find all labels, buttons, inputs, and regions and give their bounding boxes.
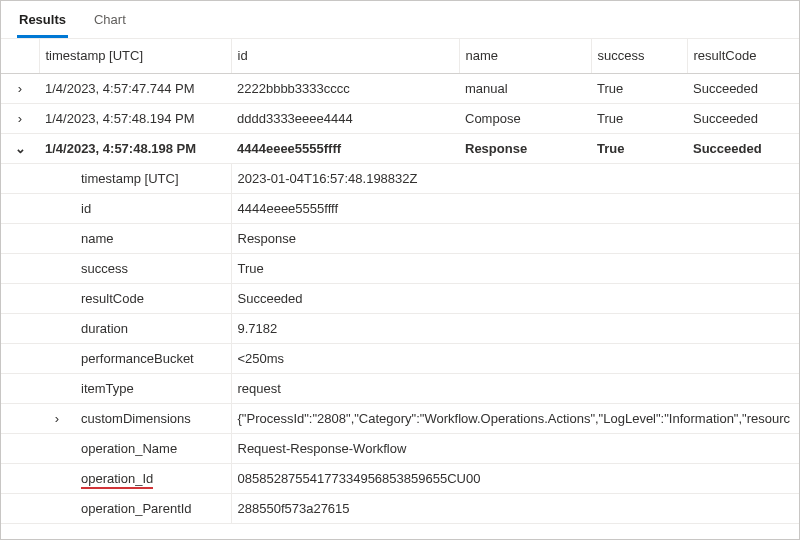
chevron-right-icon[interactable]: › bbox=[50, 412, 64, 426]
cell-timestamp: 1/4/2023, 4:57:48.198 PM bbox=[39, 133, 231, 163]
detail-value: True bbox=[231, 253, 799, 283]
detail-value: 08585287554177334956853859655CU00 bbox=[231, 463, 799, 493]
detail-value: request bbox=[231, 373, 799, 403]
detail-row-item: nameResponse bbox=[1, 223, 799, 253]
detail-value: 9.7182 bbox=[231, 313, 799, 343]
detail-key: timestamp [UTC] bbox=[75, 164, 231, 194]
col-resultcode[interactable]: resultCode bbox=[687, 39, 799, 73]
detail-key: operation_Id bbox=[75, 463, 231, 493]
cell-success: True bbox=[591, 103, 687, 133]
detail-key: performanceBucket bbox=[75, 343, 231, 373]
header-row: timestamp [UTC] id name success resultCo… bbox=[1, 39, 799, 73]
detail-value: Succeeded bbox=[231, 283, 799, 313]
tab-results[interactable]: Results bbox=[17, 4, 68, 38]
detail-value: 2023-01-04T16:57:48.198832Z bbox=[231, 164, 799, 194]
col-name[interactable]: name bbox=[459, 39, 591, 73]
detail-key: id bbox=[75, 193, 231, 223]
cell-name: Compose bbox=[459, 103, 591, 133]
table-row[interactable]: › 1/4/2023, 4:57:48.194 PM dddd3333eeee4… bbox=[1, 103, 799, 133]
cell-name: manual bbox=[459, 73, 591, 103]
detail-row-item: timestamp [UTC]2023-01-04T16:57:48.19883… bbox=[1, 164, 799, 194]
detail-row-item: operation_NameRequest-Response-Workflow bbox=[1, 433, 799, 463]
col-timestamp[interactable]: timestamp [UTC] bbox=[39, 39, 231, 73]
detail-row-item: ›customDimensions{"ProcessId":"2808","Ca… bbox=[1, 403, 799, 433]
chevron-right-icon[interactable]: › bbox=[13, 112, 27, 126]
detail-value: {"ProcessId":"2808","Category":"Workflow… bbox=[231, 403, 799, 433]
table-row-expanded[interactable]: ⌄ 1/4/2023, 4:57:48.198 PM 4444eeee5555f… bbox=[1, 133, 799, 163]
detail-value: 288550f573a27615 bbox=[231, 493, 799, 523]
cell-resultcode: Succeeded bbox=[687, 73, 799, 103]
cell-resultcode: Succeeded bbox=[687, 103, 799, 133]
detail-row-item: successTrue bbox=[1, 253, 799, 283]
detail-row-item: resultCodeSucceeded bbox=[1, 283, 799, 313]
detail-key: operation_Name bbox=[75, 433, 231, 463]
detail-row-item: operation_Id0858528755417733495685385965… bbox=[1, 463, 799, 493]
cell-id: dddd3333eeee4444 bbox=[231, 103, 459, 133]
col-expand bbox=[1, 39, 39, 73]
detail-row-item: id4444eeee5555ffff bbox=[1, 193, 799, 223]
tab-chart[interactable]: Chart bbox=[92, 4, 128, 38]
detail-value: <250ms bbox=[231, 343, 799, 373]
cell-timestamp: 1/4/2023, 4:57:48.194 PM bbox=[39, 103, 231, 133]
cell-id: 4444eeee5555ffff bbox=[231, 133, 459, 163]
detail-key: name bbox=[75, 223, 231, 253]
detail-row-item: performanceBucket<250ms bbox=[1, 343, 799, 373]
cell-success: True bbox=[591, 73, 687, 103]
chevron-right-icon[interactable]: › bbox=[13, 82, 27, 96]
col-success[interactable]: success bbox=[591, 39, 687, 73]
tab-bar: Results Chart bbox=[1, 1, 799, 39]
detail-key: itemType bbox=[75, 373, 231, 403]
table-row[interactable]: › 1/4/2023, 4:57:47.744 PM 2222bbbb3333c… bbox=[1, 73, 799, 103]
cell-success: True bbox=[591, 133, 687, 163]
cell-id: 2222bbbb3333cccc bbox=[231, 73, 459, 103]
cell-name: Response bbox=[459, 133, 591, 163]
detail-key: operation_ParentId bbox=[75, 493, 231, 523]
detail-row-item: operation_ParentId288550f573a27615 bbox=[1, 493, 799, 523]
detail-value: Request-Response-Workflow bbox=[231, 433, 799, 463]
detail-row-item: itemTyperequest bbox=[1, 373, 799, 403]
detail-key: success bbox=[75, 253, 231, 283]
detail-panel: timestamp [UTC]2023-01-04T16:57:48.19883… bbox=[1, 163, 799, 524]
cell-timestamp: 1/4/2023, 4:57:47.744 PM bbox=[39, 73, 231, 103]
detail-key: customDimensions bbox=[75, 403, 231, 433]
detail-row-item: duration9.7182 bbox=[1, 313, 799, 343]
col-id[interactable]: id bbox=[231, 39, 459, 73]
detail-value: Response bbox=[231, 223, 799, 253]
chevron-down-icon[interactable]: ⌄ bbox=[13, 142, 27, 156]
detail-key: resultCode bbox=[75, 283, 231, 313]
detail-key: duration bbox=[75, 313, 231, 343]
results-grid: timestamp [UTC] id name success resultCo… bbox=[1, 39, 799, 539]
detail-value: 4444eeee5555ffff bbox=[231, 193, 799, 223]
cell-resultcode: Succeeded bbox=[687, 133, 799, 163]
